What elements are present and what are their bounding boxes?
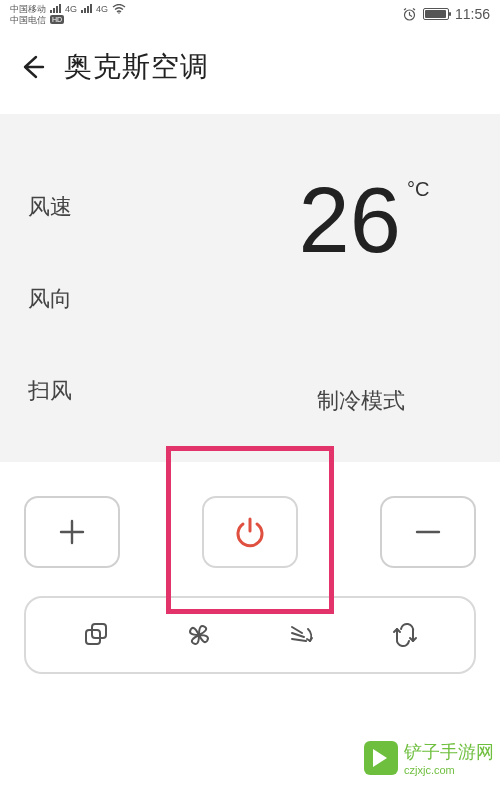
status-carriers: 中国移动 4G 4G 中国电信 HD bbox=[10, 4, 126, 25]
cycle-mode-button[interactable] bbox=[383, 613, 427, 657]
copy-mode-button[interactable] bbox=[74, 613, 118, 657]
watermark-brand: 铲子手游网 bbox=[404, 740, 494, 764]
mode-toolbar bbox=[24, 596, 476, 674]
app-header: 奥克斯空调 bbox=[0, 28, 500, 114]
copy-icon bbox=[81, 620, 111, 650]
signal-1-icon bbox=[50, 4, 61, 13]
signal-2-icon bbox=[81, 4, 92, 13]
wifi-icon bbox=[112, 4, 126, 14]
ac-display-panel: 风速 风向 扫风 26 °C 制冷模式 bbox=[0, 114, 500, 462]
carrier-2: 中国电信 bbox=[10, 15, 46, 25]
net-type-1: 4G bbox=[65, 4, 77, 14]
alarm-icon bbox=[402, 7, 417, 22]
back-arrow-icon bbox=[19, 54, 45, 80]
power-button[interactable] bbox=[202, 496, 298, 568]
watermark-logo-icon bbox=[364, 741, 398, 775]
watermark: 铲子手游网 czjxjc.com bbox=[364, 740, 494, 776]
page-title: 奥克斯空调 bbox=[64, 48, 209, 86]
hd-badge: HD bbox=[50, 15, 64, 24]
watermark-url: czjxjc.com bbox=[404, 764, 494, 776]
controls-area bbox=[0, 462, 500, 682]
net-type-2: 4G bbox=[96, 4, 108, 14]
temperature-display: 26 °C bbox=[299, 174, 424, 266]
carrier-1: 中国移动 bbox=[10, 4, 46, 14]
wind-direction-button[interactable]: 风向 bbox=[28, 284, 250, 314]
temperature-value: 26 bbox=[299, 174, 401, 266]
fan-mode-button[interactable] bbox=[177, 613, 221, 657]
status-right: 11:56 bbox=[402, 6, 490, 22]
swing-mode-button[interactable] bbox=[280, 613, 324, 657]
fan-icon bbox=[183, 619, 215, 651]
clock: 11:56 bbox=[455, 6, 490, 22]
swing-icon bbox=[286, 619, 318, 651]
mode-label: 制冷模式 bbox=[317, 386, 405, 416]
svg-point-4 bbox=[197, 633, 201, 637]
temp-up-button[interactable] bbox=[24, 496, 120, 568]
power-icon bbox=[232, 514, 268, 550]
cycle-icon bbox=[389, 619, 421, 651]
sweep-button[interactable]: 扫风 bbox=[28, 376, 250, 406]
wind-speed-button[interactable]: 风速 bbox=[28, 192, 250, 222]
minus-icon bbox=[411, 515, 445, 549]
plus-icon bbox=[55, 515, 89, 549]
temp-down-button[interactable] bbox=[380, 496, 476, 568]
status-bar: 中国移动 4G 4G 中国电信 HD 11:56 bbox=[0, 0, 500, 28]
temperature-unit: °C bbox=[407, 178, 429, 201]
back-button[interactable] bbox=[18, 53, 46, 81]
svg-point-0 bbox=[118, 12, 120, 14]
battery-icon bbox=[423, 8, 449, 20]
